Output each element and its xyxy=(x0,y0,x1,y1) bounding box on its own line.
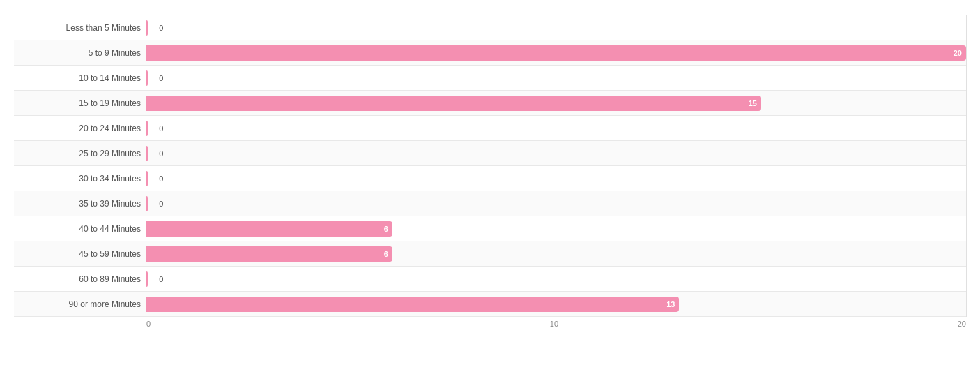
bar: 6 xyxy=(146,221,392,237)
table-row: 20 to 24 Minutes0 xyxy=(14,116,966,141)
bar-wrapper: 0 xyxy=(146,196,966,211)
bar-value: 6 xyxy=(384,250,388,258)
bar-value: 20 xyxy=(954,49,962,57)
bar-wrapper: 0 xyxy=(146,271,966,287)
bar: 0 xyxy=(146,146,148,161)
bar-wrapper: 0 xyxy=(146,70,966,86)
table-row: 25 to 29 Minutes0 xyxy=(14,141,966,166)
table-row: 40 to 44 Minutes6 xyxy=(14,216,966,241)
bar-label: 40 to 44 Minutes xyxy=(14,224,146,234)
bar-value: 0 xyxy=(159,149,163,158)
table-row: 5 to 9 Minutes20 xyxy=(14,40,966,66)
table-row: 15 to 19 Minutes15 xyxy=(14,91,966,116)
chart-rows-container: Less than 5 Minutes05 to 9 Minutes2010 t… xyxy=(14,15,966,317)
bar-value: 0 xyxy=(159,74,163,82)
table-row: 30 to 34 Minutes0 xyxy=(14,166,966,191)
axis-labels: 01020 xyxy=(146,320,966,328)
bar-value: 15 xyxy=(749,99,757,107)
table-row: 45 to 59 Minutes6 xyxy=(14,241,966,267)
bar-label: 45 to 59 Minutes xyxy=(14,249,146,259)
bar: 0 xyxy=(146,171,148,186)
bar-value: 0 xyxy=(159,124,163,133)
bar-label: 25 to 29 Minutes xyxy=(14,149,146,158)
bar-wrapper: 20 xyxy=(146,45,966,61)
bar: 0 xyxy=(146,271,148,287)
bar-value: 13 xyxy=(666,300,675,308)
table-row: 90 or more Minutes13 xyxy=(14,292,966,317)
bar-wrapper: 0 xyxy=(146,20,966,36)
table-row: 60 to 89 Minutes0 xyxy=(14,267,966,292)
bar-label: 20 to 24 Minutes xyxy=(14,124,146,133)
bar-wrapper: 15 xyxy=(146,96,966,111)
bar-wrapper: 0 xyxy=(146,171,966,186)
bar-label: 30 to 34 Minutes xyxy=(14,174,146,184)
bar-label: 60 to 89 Minutes xyxy=(14,274,146,284)
bar-wrapper: 6 xyxy=(146,246,966,262)
bar-value: 0 xyxy=(159,24,163,32)
bar: 6 xyxy=(146,246,392,262)
bar-label: Less than 5 Minutes xyxy=(14,23,146,33)
bar-wrapper: 0 xyxy=(146,146,966,161)
table-row: 35 to 39 Minutes0 xyxy=(14,191,966,216)
bar-wrapper: 6 xyxy=(146,221,966,237)
bar: 15 xyxy=(146,96,761,111)
bar-value: 6 xyxy=(384,225,388,233)
axis-label: 10 xyxy=(550,320,558,328)
bar-wrapper: 0 xyxy=(146,121,966,136)
bar-label: 90 or more Minutes xyxy=(14,299,146,309)
bar: 0 xyxy=(146,20,148,36)
table-row: Less than 5 Minutes0 xyxy=(14,15,966,40)
page-container: Less than 5 Minutes05 to 9 Minutes2010 t… xyxy=(14,7,966,328)
bar: 13 xyxy=(146,297,679,312)
axis-label: 0 xyxy=(146,320,151,328)
table-row: 10 to 14 Minutes0 xyxy=(14,66,966,91)
bar: 20 xyxy=(146,45,966,61)
axis-label: 20 xyxy=(958,320,966,328)
bar-value: 0 xyxy=(159,200,163,208)
bar-wrapper: 13 xyxy=(146,297,966,312)
bar-label: 15 to 19 Minutes xyxy=(14,98,146,108)
bar-label: 5 to 9 Minutes xyxy=(14,48,146,58)
axis-row: 01020 xyxy=(14,320,966,328)
bar-label: 10 to 14 Minutes xyxy=(14,73,146,83)
bar: 0 xyxy=(146,196,148,211)
bar: 0 xyxy=(146,70,148,86)
bar-value: 0 xyxy=(159,174,163,183)
bar: 0 xyxy=(146,121,148,136)
grid-line xyxy=(966,15,967,317)
bar-label: 35 to 39 Minutes xyxy=(14,199,146,209)
bar-value: 0 xyxy=(159,275,163,283)
